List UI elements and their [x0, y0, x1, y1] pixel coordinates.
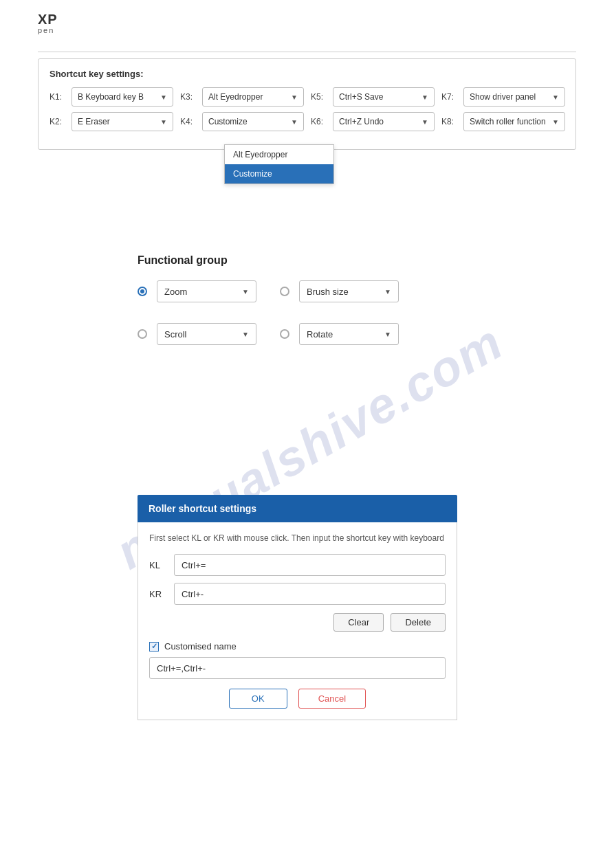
zoom-label: Zoom	[164, 287, 187, 297]
k2-dropdown[interactable]: E Eraser ▼	[72, 112, 173, 131]
shortcut-row-1: K1: B Keyboard key B ▼ K3: Alt Eyedroppe…	[50, 87, 564, 107]
k1-dropdown[interactable]: B Keyboard key B ▼	[72, 87, 173, 107]
rotate-dropdown[interactable]: Rotate ▼	[299, 323, 399, 345]
k5-chevron-icon: ▼	[421, 93, 428, 101]
k6-value: Ctrl+Z Undo	[339, 117, 384, 126]
dialog-buttons: OK Cancel	[149, 689, 446, 709]
k2-chevron-icon: ▼	[160, 118, 167, 126]
kl-input[interactable]	[174, 554, 446, 576]
radio-brush-size[interactable]	[280, 287, 289, 296]
k4-value: Customize	[208, 117, 248, 126]
dropdown-item-alt-eyedropper[interactable]: Alt Eyedropper	[225, 145, 333, 164]
k3-dropdown-menu: Alt Eyedropper Customize	[224, 144, 334, 184]
customised-name-label: Customised name	[164, 641, 237, 652]
k3-value: Alt Eyedropper	[208, 92, 263, 102]
functional-group: Functional group Zoom ▼ Brush size ▼ Scr…	[138, 254, 399, 366]
k5-value: Ctrl+S Save	[339, 92, 383, 102]
functional-row-1: Zoom ▼ Brush size ▼	[138, 280, 399, 302]
roller-body: First select KL or KR with mouse click. …	[138, 522, 457, 720]
k8-dropdown[interactable]: Switch roller function ▼	[463, 112, 565, 131]
kl-label: KL	[149, 560, 167, 570]
customised-name-checkbox[interactable]: ✓	[149, 642, 159, 652]
kr-input[interactable]	[174, 583, 446, 605]
radio-rotate[interactable]	[280, 329, 289, 339]
k8-chevron-icon: ▼	[552, 118, 559, 126]
k6-dropdown[interactable]: Ctrl+Z Undo ▼	[333, 112, 435, 131]
k2-value: E Eraser	[78, 117, 110, 126]
k1-value: B Keyboard key B	[78, 92, 144, 102]
scroll-chevron-icon: ▼	[242, 331, 249, 338]
kr-row: KR	[149, 583, 446, 605]
k4-chevron-icon: ▼	[291, 118, 298, 126]
scroll-label: Scroll	[164, 329, 187, 340]
kr-label: KR	[149, 589, 167, 599]
radio-scroll[interactable]	[138, 329, 147, 339]
logo: XP pen	[38, 12, 58, 34]
k6-label: K6:	[311, 117, 326, 126]
zoom-chevron-icon: ▼	[242, 288, 249, 296]
custom-name-row: ✓ Customised name	[149, 641, 446, 652]
k1-chevron-icon: ▼	[160, 93, 167, 101]
shortcut-title: Shortcut key settings:	[50, 69, 564, 79]
roller-action-buttons: Clear Delete	[149, 613, 446, 632]
k4-dropdown[interactable]: Customize ▼	[202, 112, 304, 131]
top-divider	[38, 52, 576, 52]
roller-header: Roller shortcut settings	[138, 495, 457, 522]
brush-size-label: Brush size	[307, 287, 349, 297]
ok-button[interactable]: OK	[229, 689, 287, 709]
logo-xp: XP	[38, 12, 58, 26]
delete-button[interactable]: Delete	[391, 613, 446, 632]
k7-label: K7:	[441, 92, 457, 102]
rotate-chevron-icon: ▼	[384, 331, 391, 338]
functional-row-2: Scroll ▼ Rotate ▼	[138, 323, 399, 345]
k2-label: K2:	[50, 117, 65, 126]
cancel-button[interactable]: Cancel	[298, 689, 366, 709]
k5-dropdown[interactable]: Ctrl+S Save ▼	[333, 87, 435, 107]
checkbox-check-icon: ✓	[151, 642, 157, 651]
logo-pen: pen	[38, 26, 58, 34]
k3-label: K3:	[180, 92, 195, 102]
roller-description: First select KL or KR with mouse click. …	[149, 532, 446, 544]
scroll-dropdown[interactable]: Scroll ▼	[157, 323, 256, 345]
roller-panel: Roller shortcut settings First select KL…	[138, 495, 457, 720]
brush-size-dropdown[interactable]: Brush size ▼	[299, 280, 399, 302]
custom-name-section: ✓ Customised name	[149, 641, 446, 689]
k6-chevron-icon: ▼	[421, 118, 428, 126]
k7-dropdown[interactable]: Show driver panel ▼	[463, 87, 565, 107]
k4-label: K4:	[180, 117, 195, 126]
k1-label: K1:	[50, 92, 65, 102]
k3-chevron-icon: ▼	[291, 93, 298, 101]
radio-zoom[interactable]	[138, 287, 147, 296]
dropdown-item-customize[interactable]: Customize	[225, 164, 333, 183]
k7-value: Show driver panel	[470, 92, 536, 102]
k7-chevron-icon: ▼	[552, 93, 559, 101]
functional-title: Functional group	[138, 254, 399, 267]
kl-row: KL	[149, 554, 446, 576]
shortcut-key-settings-box: Shortcut key settings: K1: B Keyboard ke…	[38, 58, 576, 150]
k5-label: K5:	[311, 92, 326, 102]
zoom-dropdown[interactable]: Zoom ▼	[157, 280, 256, 302]
clear-button[interactable]: Clear	[333, 613, 384, 632]
custom-name-input[interactable]	[149, 657, 446, 679]
k8-label: K8:	[441, 117, 457, 126]
shortcut-row-2: K2: E Eraser ▼ K4: Customize ▼ K6: Ctrl+…	[50, 112, 564, 131]
k3-dropdown[interactable]: Alt Eyedropper ▼	[202, 87, 304, 107]
brush-size-chevron-icon: ▼	[384, 288, 391, 296]
k8-value: Switch roller function	[470, 117, 546, 126]
rotate-label: Rotate	[307, 329, 333, 340]
